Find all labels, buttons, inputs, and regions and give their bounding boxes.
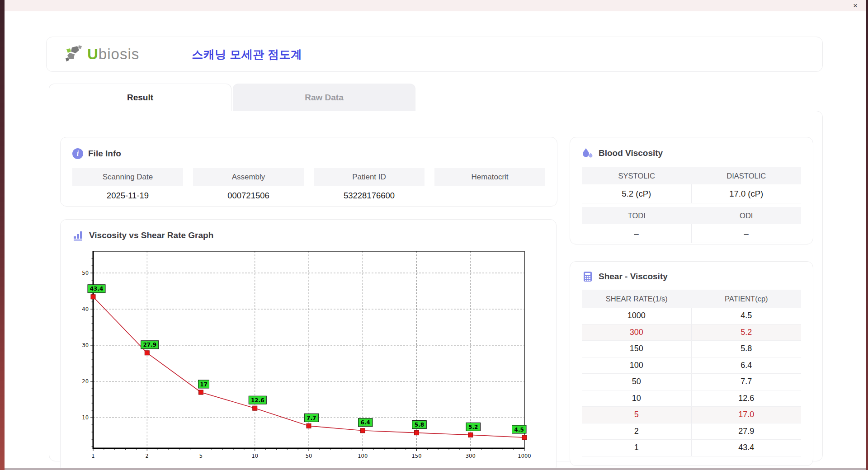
blood-drop-icon	[582, 147, 594, 159]
table-row: 3005.2	[582, 324, 801, 341]
field-value: 53228176600	[314, 186, 425, 205]
svg-text:50: 50	[306, 453, 312, 459]
field-label: Hematocrit	[434, 168, 545, 186]
todi-value: –	[582, 224, 692, 243]
blood-viscosity-card: Blood Viscosity SYSTOLIC DIASTOLIC 5.2 (…	[570, 137, 813, 244]
graph-title: Viscosity vs Shear Rate Graph	[89, 230, 213, 240]
ubiosis-logo-icon	[64, 45, 85, 64]
field-label: Patient ID	[314, 168, 425, 186]
header: Ubiosis 스캐닝 모세관 점도계	[46, 37, 823, 72]
svg-text:100: 100	[358, 453, 368, 459]
svg-text:6.4: 6.4	[361, 419, 370, 426]
window-bottom-border	[5, 468, 866, 470]
field-value	[434, 186, 545, 205]
svg-text:43.4: 43.4	[90, 286, 104, 292]
todi-header: TODI	[582, 207, 692, 224]
tab-bar: Result Raw Data	[49, 84, 415, 111]
odi-header: ODI	[692, 207, 802, 224]
table-row: 1006.4	[582, 357, 801, 374]
svg-text:27.9: 27.9	[143, 342, 156, 348]
file-info-card: i File Info Scanning Date 2025-11-19 Ass…	[60, 137, 557, 207]
table-row: 1012.6	[582, 390, 801, 407]
svg-text:40: 40	[82, 306, 89, 312]
info-icon: i	[72, 148, 83, 159]
table-row: 10004.5	[582, 308, 801, 324]
svg-text:1: 1	[91, 453, 94, 459]
svg-text:4.5: 4.5	[514, 427, 524, 433]
window-right-border	[866, 0, 868, 470]
field-value: 000721506	[193, 186, 304, 205]
systolic-header: SYSTOLIC	[582, 167, 692, 184]
brand-logo: Ubiosis	[64, 45, 139, 64]
field-assembly: Assembly 000721506	[193, 168, 304, 205]
viscosity-chart: 10203040501251050100150300100043.427.917…	[72, 248, 544, 470]
field-label: Scanning Date	[72, 168, 183, 186]
brand-name: Ubiosis	[87, 46, 139, 63]
svg-text:1000: 1000	[518, 453, 531, 459]
shear-rate-column-header: SHEAR RATE(1/s)	[582, 290, 692, 308]
svg-text:30: 30	[82, 342, 89, 348]
file-info-fields: Scanning Date 2025-11-19 Assembly 000721…	[72, 168, 545, 205]
svg-text:12.6: 12.6	[251, 397, 264, 404]
shear-viscosity-table: SHEAR RATE(1/s) PATIENT(cp) 10004.5 3005…	[582, 290, 801, 456]
field-value: 2025-11-19	[72, 186, 183, 205]
odi-value: –	[692, 224, 802, 243]
svg-text:20: 20	[82, 378, 89, 385]
app-title-korean: 스캐닝 모세관 점도계	[192, 47, 302, 62]
svg-text:300: 300	[466, 453, 476, 459]
svg-text:17: 17	[200, 381, 208, 388]
field-scanning-date: Scanning Date 2025-11-19	[72, 168, 183, 205]
diastolic-header: DIASTOLIC	[692, 167, 802, 184]
systolic-value: 5.2 (cP)	[582, 184, 692, 203]
svg-text:2: 2	[146, 453, 149, 459]
file-info-title: File Info	[88, 149, 121, 159]
table-row: 507.7	[582, 374, 801, 390]
svg-text:10: 10	[82, 414, 89, 421]
table-row: 1505.8	[582, 341, 801, 357]
calculator-icon	[582, 271, 594, 282]
table-row: 517.0	[582, 407, 801, 423]
tab-result[interactable]: Result	[49, 84, 231, 111]
field-patient-id: Patient ID 53228176600	[314, 168, 425, 205]
svg-text:7.7: 7.7	[307, 415, 316, 421]
line-chart: 10203040501251050100150300100043.427.917…	[72, 248, 533, 469]
svg-text:50: 50	[82, 270, 89, 276]
svg-text:5.8: 5.8	[415, 422, 424, 428]
close-icon[interactable]: ×	[853, 2, 858, 9]
table-row: 143.4	[582, 440, 801, 456]
shear-viscosity-card: Shear - Viscosity SHEAR RATE(1/s) PATIEN…	[570, 261, 813, 466]
diastolic-value: 17.0 (cP)	[692, 184, 802, 203]
svg-text:10: 10	[251, 453, 258, 459]
blood-viscosity-table: SYSTOLIC DIASTOLIC 5.2 (cP) 17.0 (cP) TO…	[582, 167, 801, 243]
svg-text:150: 150	[412, 453, 422, 459]
result-panel: i File Info Scanning Date 2025-11-19 Ass…	[49, 111, 823, 461]
svg-text:5: 5	[199, 453, 203, 459]
blood-viscosity-title: Blood Viscosity	[599, 148, 663, 158]
patient-column-header: PATIENT(cp)	[692, 290, 802, 308]
bar-chart-icon	[72, 230, 84, 241]
table-row: 227.9	[582, 423, 801, 440]
field-label: Assembly	[193, 168, 304, 186]
field-hematocrit: Hematocrit	[434, 168, 545, 205]
viscosity-graph-card: Viscosity vs Shear Rate Graph 1020304050…	[60, 219, 557, 470]
shear-viscosity-title: Shear - Viscosity	[599, 272, 668, 282]
svg-text:5.2: 5.2	[468, 424, 478, 430]
window-left-border	[0, 0, 5, 470]
window-title-bar: ×	[5, 0, 866, 11]
tab-raw-data[interactable]: Raw Data	[233, 84, 415, 111]
app-window: Ubiosis 스캐닝 모세관 점도계 Result Raw Data i Fi…	[5, 11, 866, 468]
